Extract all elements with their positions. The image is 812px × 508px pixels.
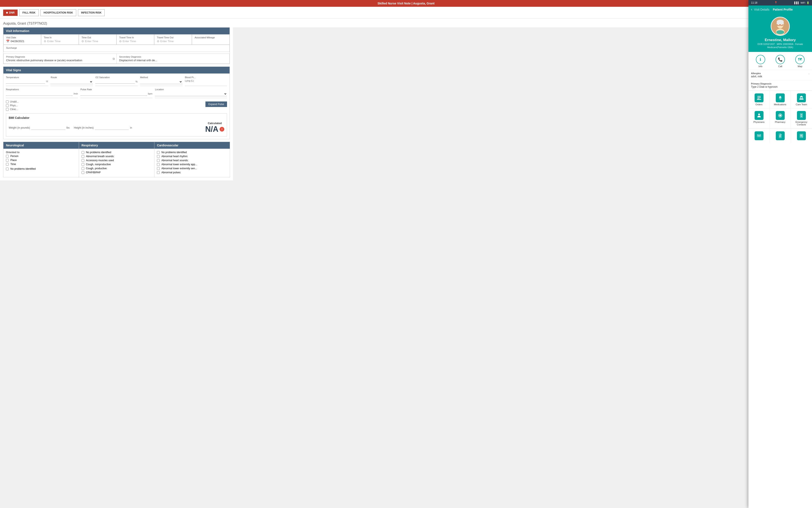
svg-rect-28 xyxy=(757,134,761,137)
dnr-button[interactable]: DNR xyxy=(3,9,17,16)
time-checkbox[interactable] xyxy=(6,163,9,166)
wifi-icon: WiFi xyxy=(801,1,805,4)
list-item: Place xyxy=(6,159,76,162)
weight-field: Weight (in pounds) lbs xyxy=(9,126,70,130)
svg-rect-20 xyxy=(759,116,759,117)
no-problems-cardio-checkbox[interactable] xyxy=(157,151,160,154)
clock-icon-time-out: ⊙ xyxy=(82,40,84,43)
calendar-icon: 📅 xyxy=(6,40,9,43)
method-select[interactable] xyxy=(140,79,182,84)
location-select[interactable] xyxy=(155,91,227,96)
info-label: Info xyxy=(758,65,762,68)
care-team-icon xyxy=(797,93,806,102)
svg-rect-10 xyxy=(757,98,761,98)
pharmacy-label: Pharmacy xyxy=(775,121,785,123)
diagnosis-row: Primary Diagnosis Chronic obstructive pu… xyxy=(3,54,230,64)
weight-input[interactable] xyxy=(31,126,65,130)
pharmacy-grid-item[interactable]: Pharmacy xyxy=(770,109,791,129)
call-label: Call xyxy=(778,65,782,68)
no-problems-resp-checkbox[interactable] xyxy=(82,151,84,154)
mobile-overlay: 11:18 📍 ▌▌▌ WiFi 🔋 ‹ Visit Details Patie… xyxy=(749,0,812,180)
time-out-field[interactable]: Time Out ⊙ Enter Time xyxy=(79,34,117,45)
medications-grid-item[interactable]: Medications xyxy=(770,91,791,109)
cough-nonproductive-checkbox[interactable] xyxy=(82,163,84,166)
emergency-contacts-grid-item[interactable]: Emergency Contacts xyxy=(791,109,812,129)
cough-productive-checkbox[interactable] xyxy=(82,167,84,170)
visit-date-field: Visit Date 📅 04/28/2021 xyxy=(3,34,41,45)
abnormal-lower-app-checkbox[interactable] xyxy=(157,163,160,166)
physicians-grid-item[interactable]: Physicians xyxy=(749,109,770,129)
medications-label: Medications xyxy=(774,103,786,106)
neuro-list: No problems identified xyxy=(6,167,76,170)
svg-rect-24 xyxy=(779,115,781,116)
documents-bottom-item[interactable] xyxy=(770,129,791,143)
accessory-muscles-checkbox[interactable] xyxy=(82,159,84,162)
primary-diagnosis-section: Primary Diagnosis Type 2 Diab w hyprosm xyxy=(749,80,812,91)
phys-checkbox-label[interactable]: Phys... xyxy=(6,104,206,107)
list-item: Abnormal heart rhythm: xyxy=(157,155,227,158)
allergies-section[interactable]: › Allergies advil, milk xyxy=(749,70,812,80)
abnormal-pulses-checkbox[interactable] xyxy=(157,171,160,174)
tab-visit-details[interactable]: Visit Details xyxy=(754,8,769,11)
copy-icon[interactable]: ⧉ xyxy=(113,57,115,60)
back-button[interactable]: ‹ xyxy=(751,7,752,12)
list-item: Abnormal heart sounds: xyxy=(157,159,227,162)
travel-time-out-field[interactable]: Travel Time Out ⊙ Enter Time xyxy=(154,34,192,45)
unable-checkbox[interactable] xyxy=(6,100,9,103)
orders-grid-item[interactable]: Orders xyxy=(749,91,770,109)
action-icons-row: ℹ Info 📞 Call 🗺 Map xyxy=(749,52,812,70)
care-team-grid-item[interactable]: Care Team xyxy=(791,91,812,109)
visit-information-header: Visit Information xyxy=(3,28,230,34)
abnormal-heart-sounds-checkbox[interactable] xyxy=(157,159,160,162)
abnormal-lower-sen-checkbox[interactable] xyxy=(157,167,160,170)
respiratory-panel: Respiratory No problems identified Abnor… xyxy=(79,142,154,177)
cardiovascular-header: Cardiovascular xyxy=(154,142,230,149)
clinic-checkbox-label[interactable]: Clinic... xyxy=(6,108,227,111)
time-in-field[interactable]: Time In ⊙ Enter Time xyxy=(41,34,79,45)
cpap-checkbox[interactable] xyxy=(82,171,84,174)
oriented-to-group: Oriented to Person Place Time xyxy=(6,151,76,166)
list-item: No problems identified xyxy=(82,151,152,154)
info-action[interactable]: ℹ Info xyxy=(756,55,765,68)
pulse-rate-input[interactable] xyxy=(81,91,147,96)
route-field: Route xyxy=(51,76,93,86)
notes-bottom-item[interactable] xyxy=(791,129,812,143)
avatar-placeholder xyxy=(771,17,789,35)
list-item: Abnormal lower extremity sen... xyxy=(157,167,227,170)
respirations-input[interactable] xyxy=(6,91,73,96)
svg-rect-30 xyxy=(779,136,781,136)
associated-mileage-field[interactable]: Associated Mileage xyxy=(192,34,230,45)
list-item: No problems identified xyxy=(6,167,76,170)
hospitalization-risk-button[interactable]: HOSPITALIZATION RISK xyxy=(40,9,76,16)
o2-saturation-input[interactable] xyxy=(95,79,134,84)
route-select[interactable] xyxy=(51,79,93,84)
abnormal-heart-rhythm-checkbox[interactable] xyxy=(157,155,160,158)
svg-rect-33 xyxy=(800,135,803,135)
clinic-checkbox[interactable] xyxy=(6,108,9,111)
messages-bottom-item[interactable] xyxy=(749,129,770,143)
cardiovascular-panel: Cardiovascular No problems identified Ab… xyxy=(154,142,230,177)
surcharge-field[interactable]: Surcharge xyxy=(3,45,230,52)
signal-icon: ▌▌▌ xyxy=(795,1,799,4)
temperature-input[interactable] xyxy=(6,79,45,84)
physicians-label: Physicians xyxy=(753,121,765,123)
person-checkbox[interactable] xyxy=(6,155,9,158)
infection-risk-button[interactable]: INFECTION RISK xyxy=(78,9,105,16)
fall-risk-button[interactable]: FALL RISK xyxy=(19,9,39,16)
tab-patient-profile[interactable]: Patient Profile xyxy=(773,8,793,11)
bottom-sections: Neurological Oriented to Person Place xyxy=(3,142,230,177)
place-checkbox[interactable] xyxy=(6,159,9,162)
no-problems-neuro-checkbox[interactable] xyxy=(6,168,9,170)
map-action[interactable]: 🗺 Map xyxy=(795,55,805,68)
unable-checkbox-label[interactable]: Unabl... xyxy=(6,100,206,103)
travel-time-in-field[interactable]: Travel Time In ⊙ Enter Time xyxy=(117,34,154,45)
height-input[interactable] xyxy=(95,126,129,130)
oriented-to-list: Person Place Time xyxy=(6,155,76,166)
abnormal-breath-checkbox[interactable] xyxy=(82,155,84,158)
visit-information-panel: Visit Information Visit Date 📅 04/28/202… xyxy=(3,27,230,64)
mobile-grid: Orders Medications Care Tea xyxy=(749,91,812,129)
expand-pulse-button[interactable]: Expand Pulse xyxy=(206,101,227,107)
mobile-header: ‹ Visit Details Patient Profile xyxy=(749,5,812,13)
call-action[interactable]: 📞 Call xyxy=(776,55,785,68)
phys-checkbox[interactable] xyxy=(6,104,9,107)
